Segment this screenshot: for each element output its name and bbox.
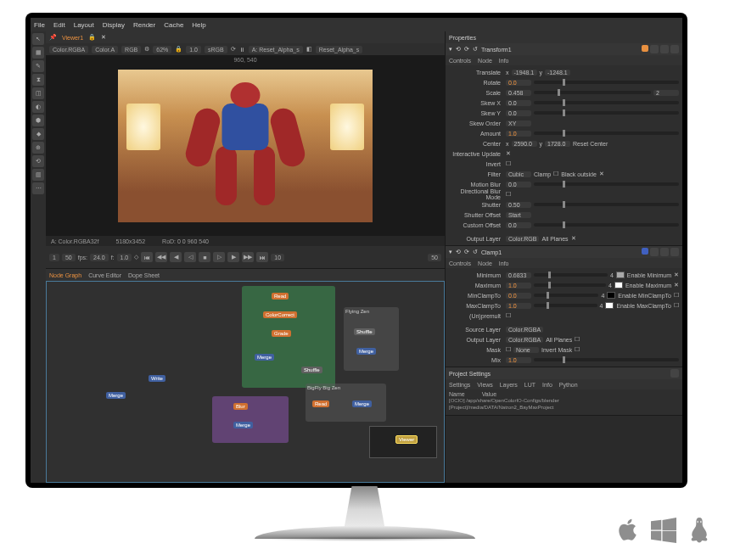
node-read-b[interactable]: Read	[312, 400, 329, 407]
unpremult-checkbox[interactable]: ☐	[506, 312, 511, 319]
enable-minclamp-checkbox[interactable]: Enable MinClampTo	[618, 293, 671, 299]
invert-checkbox[interactable]: ☐	[506, 160, 511, 167]
min-slider[interactable]	[534, 273, 608, 277]
clamp-checkbox[interactable]: Clamp	[534, 171, 551, 177]
node-merge-e[interactable]: Merge	[106, 392, 126, 399]
node-viewer[interactable]: Viewer	[395, 435, 418, 444]
close-icon[interactable]	[670, 369, 679, 378]
minclamp-value[interactable]: 0.0	[506, 293, 531, 299]
tool-channel-icon[interactable]: ◫	[32, 87, 44, 99]
minimize-icon[interactable]	[650, 45, 659, 53]
node-shuffle-b[interactable]: Shuffle	[354, 328, 375, 335]
tab-info[interactable]: Info	[499, 260, 509, 266]
current-frame[interactable]: 10	[271, 254, 284, 261]
tool-duration-icon[interactable]: ⧗	[32, 74, 44, 86]
skewx-value[interactable]: 0.0	[506, 100, 531, 106]
tab-python[interactable]: Python	[559, 382, 578, 388]
rotate-value[interactable]: 0.0	[506, 80, 531, 86]
tab-node[interactable]: Node	[478, 260, 492, 266]
customoff-slider[interactable]	[534, 223, 679, 227]
help-icon[interactable]	[660, 45, 669, 53]
help-icon[interactable]	[660, 248, 669, 256]
mix-slider[interactable]	[534, 358, 679, 361]
enable-min-checkbox[interactable]: Enable Minimum	[627, 272, 671, 278]
enable-maxclamp-checkbox[interactable]: Enable MaxClampTo	[616, 303, 671, 309]
fit-field[interactable]: 1.0	[186, 46, 201, 53]
tool-draw-icon[interactable]: ✎	[32, 60, 44, 72]
tab-controls[interactable]: Controls	[449, 58, 471, 64]
gear-icon[interactable]: ⚙	[144, 46, 149, 53]
tab-dope-sheet[interactable]: Dope Sheet	[128, 272, 160, 278]
tool-image-icon[interactable]: ▦	[32, 47, 44, 59]
reset-icon[interactable]: ↺	[473, 46, 478, 53]
node-merge-d[interactable]: Merge	[233, 422, 253, 428]
tab-node[interactable]: Node	[478, 58, 492, 64]
scale-value[interactable]: 0.458	[506, 90, 531, 96]
black-outside-checkbox[interactable]: Black outside	[561, 171, 597, 177]
reset-icon[interactable]: ↺	[473, 249, 478, 255]
tool-other-icon[interactable]: ⋯	[32, 182, 44, 194]
pause-icon[interactable]: ⏸	[239, 47, 245, 53]
center-x[interactable]: 2590.0	[512, 141, 537, 147]
allplanes-checkbox[interactable]: All Planes	[546, 337, 572, 343]
menu-cache[interactable]: Cache	[164, 21, 183, 29]
amount-value[interactable]: 1.0	[506, 131, 531, 137]
tab-info[interactable]: Info	[499, 58, 509, 64]
input-a[interactable]: A: Reset_Alpha_s	[249, 46, 303, 53]
play-back-icon[interactable]: ◀	[170, 252, 182, 262]
mask-select[interactable]: None	[513, 347, 539, 353]
skewy-slider[interactable]	[534, 111, 679, 115]
next-keyframe-icon[interactable]: ▶▶	[242, 252, 254, 262]
last-frame-icon[interactable]: ⏭	[256, 252, 268, 262]
frame-range-end[interactable]: 50	[428, 254, 441, 261]
expand-icon[interactable]: ▾	[449, 249, 452, 255]
interactive-checkbox[interactable]: ✕	[506, 150, 511, 157]
undo-icon[interactable]: ⟲	[456, 46, 461, 53]
menu-render[interactable]: Render	[133, 21, 155, 29]
scale-link[interactable]: 2	[653, 90, 679, 96]
tab-views[interactable]: Views	[477, 382, 493, 388]
translate-y[interactable]: -1248.1	[545, 70, 570, 76]
mix-value[interactable]: 1.0	[506, 357, 531, 363]
dirblur-checkbox[interactable]: ☐	[506, 191, 511, 198]
center-y[interactable]: 1728.0	[545, 141, 570, 147]
tab-node-graph[interactable]: Node Graph	[49, 272, 81, 278]
customoff-value[interactable]: 0.0	[506, 222, 531, 228]
node-colorcorrect[interactable]: ColorCorrect	[263, 311, 297, 318]
source-select[interactable]: Color.RGBA	[506, 327, 543, 333]
allplanes-checkbox[interactable]: All Planes	[541, 236, 568, 242]
tool-views-icon[interactable]: ▥	[32, 169, 44, 181]
translate-x[interactable]: -1948.1	[512, 70, 537, 76]
reset-center-button[interactable]: Reset Center	[573, 141, 608, 147]
stop-icon[interactable]: ■	[199, 252, 210, 262]
lock-icon[interactable]: 🔒	[175, 46, 182, 53]
fps-field[interactable]: 24.0	[90, 254, 109, 261]
scale-slider[interactable]	[534, 91, 651, 94]
layer-select[interactable]: Color.RGBA	[49, 46, 88, 53]
nav-thumbnail[interactable]: Viewer	[369, 426, 437, 458]
tool-arrow-icon[interactable]: ↖	[32, 33, 44, 45]
output-select[interactable]: Color.RGBA	[506, 337, 543, 343]
menu-edit[interactable]: Edit	[53, 21, 65, 29]
wipe-icon[interactable]: ◧	[306, 46, 312, 53]
channel-select[interactable]: RGB	[121, 46, 141, 53]
viewer-canvas[interactable]: 960, 540	[46, 55, 445, 236]
max-swatch[interactable]	[614, 282, 623, 288]
refresh-icon[interactable]: ⟳	[231, 46, 236, 53]
maxclamp-swatch[interactable]	[605, 302, 614, 309]
input-b[interactable]: Reset_Alpha_s	[316, 46, 362, 53]
skewy-value[interactable]: 0.0	[506, 110, 531, 116]
shutter-slider[interactable]	[534, 203, 679, 206]
skeworder-select[interactable]: XY	[506, 120, 531, 126]
motionblur-value[interactable]: 0.0	[506, 182, 531, 188]
node-blur[interactable]: Blur	[233, 403, 248, 410]
viewer-tab[interactable]: Viewer1	[62, 35, 83, 41]
menu-display[interactable]: Display	[103, 21, 125, 29]
prev-keyframe-icon[interactable]: ◀◀	[155, 252, 167, 262]
expand-icon[interactable]: ▾	[449, 46, 452, 53]
first-frame-icon[interactable]: ⏮	[141, 252, 153, 262]
min-swatch[interactable]	[616, 272, 625, 278]
color-swatch-icon[interactable]	[642, 248, 648, 255]
tab-controls[interactable]: Controls	[449, 260, 471, 266]
filter-select[interactable]: Cubic	[506, 171, 531, 177]
